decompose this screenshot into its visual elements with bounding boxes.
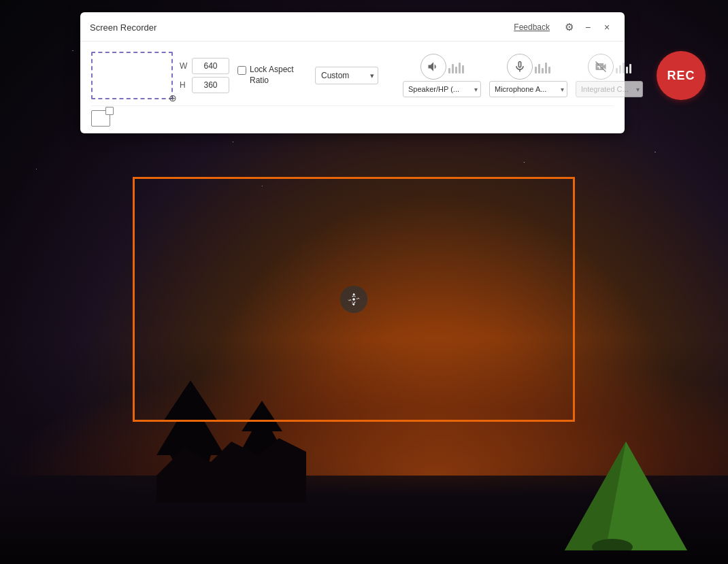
bottom-row xyxy=(91,105,614,127)
lock-aspect-panel: Lock Aspect Ratio xyxy=(237,65,304,86)
window-title: Screen Recorder xyxy=(90,22,156,33)
width-row: W xyxy=(180,58,229,74)
rec-label: REC xyxy=(667,69,695,83)
window-titlebar: Screen Recorder Feedback ⚙ − × xyxy=(80,12,625,42)
width-label: W xyxy=(180,61,189,71)
minimize-button[interactable]: − xyxy=(580,19,596,35)
feedback-link[interactable]: Feedback xyxy=(514,22,550,32)
audio-section: Speaker/HP (... Default Audio Device xyxy=(403,54,643,97)
microphone-icon-circle xyxy=(507,54,533,80)
microphone-bars xyxy=(535,60,550,73)
rec-button[interactable]: REC xyxy=(657,51,706,100)
recorder-window: Screen Recorder Feedback ⚙ − × W H xyxy=(80,12,625,133)
settings-icon: ⚙ xyxy=(565,21,574,33)
preset-dropdown-wrapper: Custom Full Screen 1920×1080 1280×720 xyxy=(315,67,378,84)
screenshot-button[interactable] xyxy=(91,110,110,127)
camera-icon xyxy=(594,60,608,73)
speaker-bars xyxy=(448,60,464,73)
width-input[interactable] xyxy=(192,58,229,74)
speaker-icon-row xyxy=(420,54,464,80)
camera-dropdown[interactable]: Integrated C... None xyxy=(576,81,643,97)
microphone-item: Microphone A... Default Microphone xyxy=(489,54,567,97)
height-row: H xyxy=(180,77,229,93)
microphone-icon-row xyxy=(507,54,550,80)
speaker-select-wrapper: Speaker/HP (... Default Audio Device xyxy=(403,81,481,97)
camera-icon-circle xyxy=(588,54,614,80)
lock-aspect-label: Lock Aspect Ratio xyxy=(250,65,304,86)
window-body: W H Lock Aspect Ratio Custom Full Screen xyxy=(80,42,625,133)
frame-corner-bl xyxy=(133,412,143,422)
tent xyxy=(565,442,687,550)
microphone-select-wrapper: Microphone A... Default Microphone xyxy=(489,81,567,97)
preset-dropdown[interactable]: Custom Full Screen 1920×1080 1280×720 xyxy=(315,67,378,84)
microphone-icon xyxy=(513,60,527,73)
speaker-dropdown[interactable]: Speaker/HP (... Default Audio Device xyxy=(403,81,481,97)
close-button[interactable]: × xyxy=(599,19,615,35)
move-icon xyxy=(346,292,361,307)
frame-corner-tr xyxy=(565,177,575,187)
move-cursor[interactable] xyxy=(340,286,367,313)
height-label: H xyxy=(180,80,189,90)
capture-area-preview[interactable] xyxy=(91,52,173,99)
microphone-dropdown[interactable]: Microphone A... Default Microphone xyxy=(489,81,567,97)
speaker-icon-circle xyxy=(420,54,446,80)
controls-row: W H Lock Aspect Ratio Custom Full Screen xyxy=(91,51,614,100)
camera-bars xyxy=(616,60,631,73)
height-input[interactable] xyxy=(192,77,229,93)
capture-frame[interactable] xyxy=(133,177,575,422)
speaker-item: Speaker/HP (... Default Audio Device xyxy=(403,54,481,97)
lock-aspect-checkbox[interactable] xyxy=(237,66,246,75)
frame-corner-br xyxy=(565,412,575,422)
dimensions-panel: W H xyxy=(180,58,229,93)
camera-item: Integrated C... None xyxy=(576,54,643,97)
camera-icon-row xyxy=(588,54,631,80)
camera-select-wrapper: Integrated C... None xyxy=(576,81,643,97)
window-controls: Feedback ⚙ − × xyxy=(514,19,615,35)
speaker-icon xyxy=(427,60,440,73)
settings-button[interactable]: ⚙ xyxy=(561,19,577,35)
